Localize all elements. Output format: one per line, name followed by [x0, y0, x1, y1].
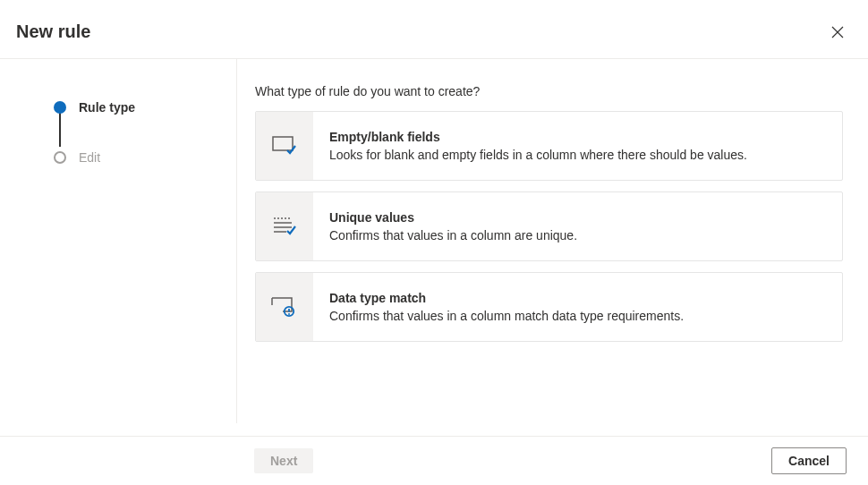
option-desc: Confirms that values in a column are uni…: [329, 228, 577, 242]
option-title: Empty/blank fields: [329, 130, 747, 144]
step-dot-inactive: [54, 151, 66, 164]
close-icon: [831, 26, 844, 38]
option-icon-wrap: [256, 273, 313, 341]
dialog-body: Rule type Edit What type of rule do you …: [0, 59, 868, 423]
svg-rect-0: [273, 137, 293, 150]
list-check-icon: [272, 216, 297, 237]
option-unique-values[interactable]: Unique values Confirms that values in a …: [255, 191, 843, 261]
option-data-type-match[interactable]: Data type match Confirms that values in …: [255, 272, 843, 342]
step-connector: [59, 111, 61, 147]
dialog-title: New rule: [16, 21, 90, 42]
step-label: Edit: [79, 150, 100, 165]
close-button[interactable]: [829, 23, 847, 41]
footer-left: Next: [21, 448, 313, 473]
option-empty-blank[interactable]: Empty/blank fields Looks for blank and e…: [255, 111, 843, 181]
option-desc: Confirms that values in a column match d…: [329, 309, 684, 323]
option-icon-wrap: [256, 192, 313, 260]
next-button[interactable]: Next: [254, 448, 313, 473]
option-icon-wrap: [256, 112, 313, 180]
option-title: Data type match: [329, 291, 684, 305]
rect-alert-icon: [271, 296, 298, 318]
option-text: Empty/blank fields Looks for blank and e…: [313, 112, 763, 180]
footer-right: Cancel: [771, 447, 847, 474]
step-rule-type[interactable]: Rule type: [54, 95, 236, 120]
option-text: Unique values Confirms that values in a …: [313, 192, 593, 260]
dialog-footer: Next Cancel: [0, 436, 868, 485]
cancel-button[interactable]: Cancel: [771, 447, 847, 474]
empty-check-icon: [272, 135, 297, 157]
main-panel: What type of rule do you want to create?…: [237, 59, 868, 423]
rule-type-prompt: What type of rule do you want to create?: [255, 84, 843, 98]
step-edit: Edit: [54, 145, 236, 170]
step-list: Rule type Edit: [54, 95, 236, 170]
option-text: Data type match Confirms that values in …: [313, 273, 700, 341]
step-label: Rule type: [79, 100, 135, 115]
step-sidebar: Rule type Edit: [0, 59, 237, 423]
svg-point-8: [288, 313, 290, 315]
option-desc: Looks for blank and empty fields in a co…: [329, 148, 747, 162]
option-title: Unique values: [329, 210, 577, 225]
step-dot-active: [54, 101, 66, 114]
dialog-header: New rule: [0, 0, 868, 59]
